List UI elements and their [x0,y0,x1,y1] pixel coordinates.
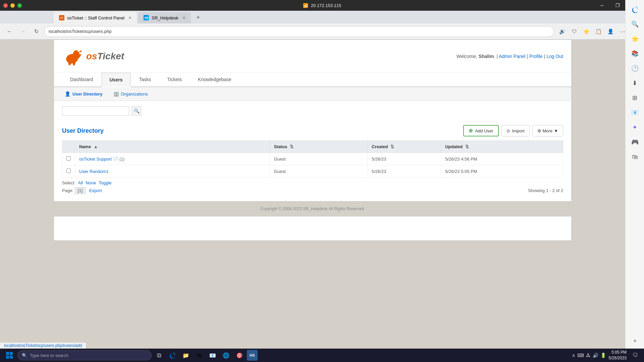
refresh-btn[interactable]: ↻ [31,26,42,37]
mail-btn[interactable]: 📧 [207,349,219,361]
store-btn[interactable]: 🛍 [193,349,205,361]
file-explorer-btn[interactable]: 📁 [180,349,192,361]
downloads-sidebar-btn[interactable]: ⬇ [628,76,642,90]
nav-knowledgebase[interactable]: Knowledgebase [190,73,239,87]
import-button[interactable]: ⊙ Import [501,125,530,136]
row2-created: 5/26/23 [367,165,441,178]
subnav-user-directory[interactable]: 👤 User Directory [62,90,105,98]
select-none-link[interactable]: None [86,180,96,185]
subnav-organizations[interactable]: 🏢 Organizations [111,90,151,98]
favorites-sidebar-btn[interactable]: ⭐ [628,32,642,46]
ost-logo: osTicket [62,45,124,67]
export-link[interactable]: Export [89,188,102,193]
network-sys-icon[interactable]: 🖧 [586,353,591,358]
add-user-button[interactable]: ⊕ Add User [463,125,498,136]
window-max-btn[interactable] [17,3,22,8]
tab-osticket[interactable]: oT osTicket :: Staff Control Panel ✕ [54,12,137,23]
nav-tickets[interactable]: Tickets [159,73,190,87]
network-icon: 📶 [303,3,308,8]
collections-btn[interactable]: 📋 [593,26,604,37]
minimize-btn[interactable]: ─ [594,0,610,11]
shopping-sidebar-btn[interactable]: 🛍 [628,150,642,164]
helpdesk-btn[interactable]: HS [247,350,258,361]
page-content: osTicket Welcome, Shalim. | Admin Panel … [0,40,625,241]
svg-line-8 [79,52,82,52]
page-info: Page: [1] Export [62,188,102,193]
forward-btn[interactable]: → [17,26,28,37]
search-button[interactable]: 🔍 [132,106,141,116]
admin-panel-link[interactable]: Admin Panel [499,54,525,59]
window-min-btn[interactable] [10,3,15,8]
search-input[interactable] [62,106,129,116]
add-sidebar-btn[interactable]: ＋ [628,334,642,347]
select-toggle-link[interactable]: Toggle [99,180,111,185]
col-name[interactable]: Name ▲ [75,141,270,153]
showing-text: Showing 1 - 2 of 2 [528,188,563,193]
window-close-btn[interactable] [3,3,8,8]
taskbar-clock[interactable]: 5:05 PM 5/26/2023 [609,350,627,361]
notification-btn[interactable]: 🗨 [629,349,641,361]
status-url: localhost/osTicket/scp/users.php#users/a… [4,343,82,348]
col-created[interactable]: Created ⇅ [367,141,441,153]
apps-sidebar-btn[interactable]: ⊞ [628,91,642,105]
favorites-btn[interactable]: ⭐ [581,26,592,37]
tab2-close[interactable]: ✕ [182,16,185,20]
logout-link[interactable]: Log Out [546,54,563,59]
col-status[interactable]: Status ⇅ [270,141,367,153]
bing-sidebar-btn[interactable]: ✦ [628,121,642,134]
read-aloud-btn[interactable]: 🔊 [557,26,568,37]
taskbar-search[interactable]: 🔍 Type here to search [17,350,152,360]
chevron-up-icon[interactable]: ∧ [572,353,575,358]
search-form: 🔍 [62,106,563,116]
browser-essentials-btn[interactable]: 🛡 [569,26,580,37]
keyboard-icon[interactable]: ⌨ [577,353,584,358]
outlook-sidebar-btn[interactable]: 📧 [628,106,642,119]
user-directory-icon: 👤 [65,91,70,97]
row1-checkbox[interactable] [66,156,71,161]
start-button[interactable] [3,349,16,361]
taskbar-sys-icons: ∧ ⌨ 🖧 🔊 🔋 [572,353,606,358]
nav-users[interactable]: Users [101,73,131,87]
row2-checkbox[interactable] [66,169,71,173]
clock-date: 5/26/2023 [609,355,627,361]
edge-taskbar-btn[interactable] [166,349,178,361]
taskbar-search-placeholder: Type here to search [30,353,68,358]
name-sort-icon: ▲ [94,144,98,149]
more-button[interactable]: ⚙ More ▼ [532,125,564,136]
tab2-title: SR_Helpdesk [152,15,178,20]
edge-logo-btn[interactable] [628,3,642,16]
search-sidebar-btn[interactable]: 🔍 [628,17,642,31]
app1-btn[interactable]: 🎯 [233,349,246,361]
col-updated[interactable]: Updated ⇅ [441,141,563,153]
back-btn[interactable]: ← [4,26,15,37]
tab-sr-helpdesk[interactable]: SR SR_Helpdesk ✕ [138,12,191,23]
history-sidebar-btn[interactable]: 🕐 [628,62,642,75]
browser-btn[interactable]: 🌐 [220,349,232,361]
restore-btn[interactable]: ❐ [610,0,625,11]
tab2-favicon: SR [144,15,149,20]
profile-link[interactable]: Profile [529,54,543,59]
page-num[interactable]: [1] [75,187,86,194]
address-bar[interactable]: localhost/osTicket/scp/users.php [44,26,554,37]
row1-created: 5/26/23 [367,153,441,165]
ost-welcome: Welcome, Shalim. | Admin Panel | Profile… [457,54,563,59]
row2-name-link[interactable]: User Random1 [79,169,108,174]
select-all-link[interactable]: All [78,180,83,185]
games-sidebar-btn[interactable]: 🎮 [628,135,642,149]
tab1-title: osTicket :: Staff Control Panel [67,15,124,20]
nav-dashboard[interactable]: Dashboard [62,73,101,87]
logo-svg [62,45,89,67]
network-ip: 20.172.153.115 [311,3,341,8]
collections-sidebar-btn[interactable]: 📚 [628,47,642,60]
address-text: localhost/osTicket/scp/users.php [49,29,111,34]
new-tab-btn[interactable]: + [194,13,203,22]
tab1-close[interactable]: ✕ [128,16,131,20]
dropdown-icon: ▼ [554,128,558,133]
nav-tasks[interactable]: Tasks [131,73,159,87]
windows-logo-icon [6,352,13,359]
battery-icon[interactable]: 🔋 [600,353,606,358]
row1-name-link[interactable]: osTicket Support [79,157,112,162]
profile-btn[interactable]: 👤 [605,26,616,37]
task-view-btn[interactable]: ⧉ [153,349,165,361]
volume-icon[interactable]: 🔊 [593,353,598,358]
